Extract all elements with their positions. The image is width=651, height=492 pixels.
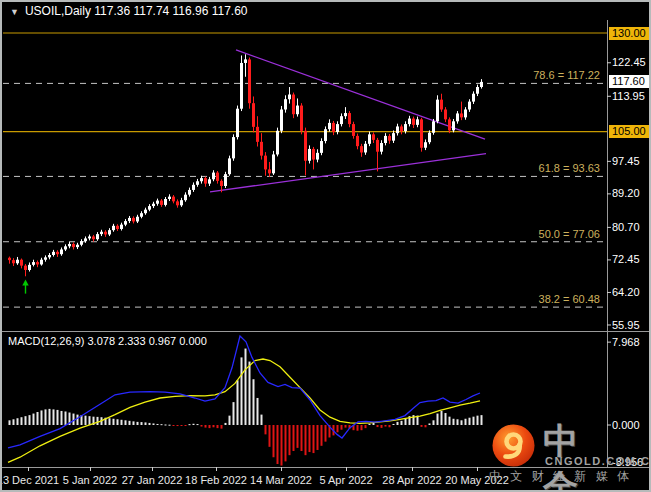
candle — [296, 106, 299, 115]
macd-bar — [97, 417, 99, 425]
candle — [116, 226, 119, 229]
candle — [456, 113, 459, 121]
macd-bar — [461, 420, 463, 425]
candle — [352, 124, 355, 136]
candle — [416, 119, 419, 125]
candle — [180, 200, 183, 205]
macd-bar — [109, 418, 111, 425]
macd-bar — [261, 415, 263, 425]
macd-bar — [133, 421, 135, 425]
candle — [372, 134, 375, 140]
macd-bar — [129, 421, 131, 425]
candle — [300, 106, 303, 131]
candle — [396, 126, 399, 133]
macd-bar — [357, 425, 359, 431]
candle — [176, 201, 179, 205]
candle — [332, 123, 335, 132]
candle — [408, 119, 411, 125]
candle — [28, 265, 31, 270]
candle — [368, 134, 371, 143]
candle — [212, 173, 215, 180]
candle — [480, 82, 483, 87]
macd-bar — [137, 422, 139, 425]
macd-bar — [17, 418, 19, 425]
candle — [152, 204, 155, 206]
candle — [420, 119, 423, 147]
macd-bar — [405, 419, 407, 425]
macd-bar — [377, 425, 379, 427]
candle — [340, 116, 343, 124]
macd-bar — [157, 424, 159, 425]
candle — [432, 121, 435, 132]
candle — [412, 119, 415, 125]
price-axis-label: 89.20 — [612, 187, 640, 200]
candle — [16, 260, 19, 264]
macd-bar — [253, 379, 255, 425]
trendline[interactable] — [236, 50, 485, 139]
macd-bar — [273, 425, 275, 457]
candle — [260, 142, 263, 156]
macd-bar — [145, 422, 147, 425]
candle — [192, 185, 195, 190]
macd-bar — [177, 425, 179, 426]
macd-bar — [397, 422, 399, 425]
candle — [124, 221, 127, 225]
candle — [84, 238, 87, 241]
macd-bar — [297, 425, 299, 448]
candle — [312, 149, 315, 160]
macd-bar — [441, 411, 443, 425]
macd-bar — [41, 410, 43, 425]
price-axis-label: 122.45 — [612, 56, 646, 69]
macd-bar — [205, 425, 207, 428]
candle — [216, 173, 219, 181]
title-bar[interactable]: ▼USOIL,Daily 117.36 117.74 116.96 117.60 — [2, 2, 649, 20]
macd-axis-label: 0.000 — [612, 419, 640, 432]
macd-bar — [457, 419, 459, 425]
macd-bar — [341, 425, 343, 430]
fib-level-label: 38.2 = 60.48 — [410, 293, 600, 305]
macd-bar — [73, 414, 75, 425]
macd-bar — [21, 417, 23, 425]
candle — [200, 178, 203, 181]
macd-bar — [361, 425, 363, 430]
fib-level-label: 50.0 = 77.06 — [410, 228, 600, 240]
macd-bar — [257, 398, 259, 425]
macd-bar — [289, 425, 291, 455]
candle — [448, 119, 451, 130]
candle — [444, 109, 447, 119]
macd-bar — [217, 425, 219, 428]
macd-bar — [141, 422, 143, 425]
macd-bar — [453, 419, 455, 425]
macd-indicator-label: MACD(12,26,9) 3.078 2.333 0.967 0.000 — [8, 335, 207, 347]
chevron-down-icon[interactable]: ▼ — [10, 7, 19, 17]
macd-bar — [321, 425, 323, 446]
candle — [276, 131, 279, 155]
candle — [48, 255, 51, 257]
macd-signal-line — [8, 359, 480, 462]
mt4-chart-window: ▼USOIL,Daily 117.36 117.74 116.96 117.60… — [0, 0, 651, 492]
candle — [472, 94, 475, 102]
macd-bar — [77, 415, 79, 425]
macd-bar — [113, 419, 115, 425]
candle — [268, 169, 271, 173]
macd-bar — [313, 425, 315, 453]
candle — [316, 153, 319, 160]
candle — [336, 124, 339, 132]
macd-histogram-layer[interactable] — [9, 349, 483, 466]
price-axis-label: 72.45 — [612, 253, 640, 266]
macd-bar — [237, 380, 239, 425]
candle — [12, 260, 15, 263]
candle — [52, 252, 55, 255]
macd-bar — [305, 425, 307, 455]
candle — [8, 258, 11, 260]
macd-bar — [169, 425, 171, 426]
macd-bar — [249, 362, 251, 425]
candle — [308, 149, 311, 161]
macd-bar — [293, 425, 295, 451]
macd-bar — [421, 425, 423, 427]
macd-bar — [61, 411, 63, 425]
candle — [364, 144, 367, 153]
candle — [120, 225, 123, 229]
macd-bar — [269, 425, 271, 447]
candle — [344, 113, 347, 116]
